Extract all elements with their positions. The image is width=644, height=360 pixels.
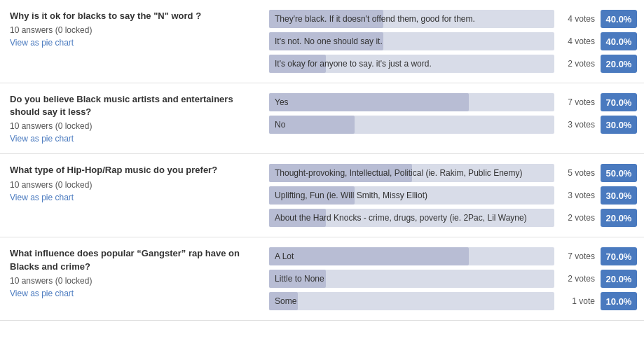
answer-row: It's okay for anyone to say. it's just a… xyxy=(269,55,637,73)
votes-text: 7 votes xyxy=(560,97,595,107)
question-text-3: What type of Hip-Hop/Rap music do you pr… xyxy=(10,164,262,176)
votes-text: 4 votes xyxy=(560,36,595,46)
question-text-4: What influence does popular “Gangster” r… xyxy=(10,247,262,272)
answer-label: No xyxy=(269,116,554,134)
answer-row: Some1 vote10.0% xyxy=(269,292,637,310)
question-text-2: Do you believe Black music artists and e… xyxy=(10,93,262,118)
answer-label: A Lot xyxy=(269,247,554,265)
answer-bar-container: Thought-provoking, Intellectual, Politic… xyxy=(269,164,554,182)
answer-bar-container: About the Hard Knocks - crime, drugs, po… xyxy=(269,209,554,227)
question-block-2: Do you believe Black music artists and e… xyxy=(0,83,644,154)
view-pie-link-1[interactable]: View as pie chart xyxy=(10,38,74,48)
question-left-2: Do you believe Black music artists and e… xyxy=(10,93,262,144)
view-pie-link-2[interactable]: View as pie chart xyxy=(10,134,74,144)
answer-label: They're black. If it doesn't offend them… xyxy=(269,10,554,28)
answer-label: About the Hard Knocks - crime, drugs, po… xyxy=(269,209,554,227)
answer-label: Some xyxy=(269,292,554,310)
answer-row: Uplifting, Fun (ie. Will Smith, Missy El… xyxy=(269,186,637,205)
page: Why is it ok for blacks to say the "N" w… xyxy=(0,0,644,360)
answer-label: Thought-provoking, Intellectual, Politic… xyxy=(269,164,554,182)
view-pie-link-3[interactable]: View as pie chart xyxy=(10,193,74,202)
percent-badge: 70.0% xyxy=(601,93,637,111)
answer-bar-container: They're black. If it doesn't offend them… xyxy=(269,10,554,28)
question-right-4: A Lot7 votes70.0%Little to None2 votes20… xyxy=(269,247,637,310)
answer-row: Thought-provoking, Intellectual, Politic… xyxy=(269,164,637,182)
answer-bar-container: It's okay for anyone to say. it's just a… xyxy=(269,55,554,73)
votes-text: 2 votes xyxy=(560,59,595,69)
percent-badge: 20.0% xyxy=(601,209,637,227)
question-text-1: Why is it ok for blacks to say the "N" w… xyxy=(10,10,262,22)
question-right-3: Thought-provoking, Intellectual, Politic… xyxy=(269,164,637,227)
percent-badge: 50.0% xyxy=(601,164,637,182)
votes-text: 3 votes xyxy=(560,191,595,200)
votes-text: 2 votes xyxy=(560,274,595,284)
percent-badge: 40.0% xyxy=(601,32,637,50)
answer-bar-container: Little to None xyxy=(269,270,554,288)
answers-count-2: 10 answers (0 locked) xyxy=(10,121,262,131)
percent-badge: 10.0% xyxy=(601,292,637,310)
question-left-3: What type of Hip-Hop/Rap music do you pr… xyxy=(10,164,262,202)
answer-bar-container: No xyxy=(269,116,554,134)
answer-row: It's not. No one should say it.4 votes40… xyxy=(269,32,637,50)
votes-text: 1 vote xyxy=(560,296,595,306)
answer-row: A Lot7 votes70.0% xyxy=(269,247,637,265)
question-left-4: What influence does popular “Gangster” r… xyxy=(10,247,262,298)
question-block-1: Why is it ok for blacks to say the "N" w… xyxy=(0,0,644,83)
answer-bar-container: It's not. No one should say it. xyxy=(269,32,554,50)
answer-row: No3 votes30.0% xyxy=(269,116,637,134)
view-pie-link-4[interactable]: View as pie chart xyxy=(10,289,74,298)
answers-count-4: 10 answers (0 locked) xyxy=(10,276,262,286)
answer-row: They're black. If it doesn't offend them… xyxy=(269,10,637,28)
answer-label: Little to None xyxy=(269,270,554,288)
answer-bar-container: A Lot xyxy=(269,247,554,265)
answer-bar-container: Some xyxy=(269,292,554,310)
answer-label: Uplifting, Fun (ie. Will Smith, Missy El… xyxy=(269,186,554,205)
percent-badge: 70.0% xyxy=(601,247,637,265)
question-block-3: What type of Hip-Hop/Rap music do you pr… xyxy=(0,154,644,237)
question-left-1: Why is it ok for blacks to say the "N" w… xyxy=(10,10,262,48)
answer-row: Little to None2 votes20.0% xyxy=(269,270,637,288)
answer-bar-container: Yes xyxy=(269,93,554,111)
percent-badge: 30.0% xyxy=(601,116,637,134)
votes-text: 7 votes xyxy=(560,251,595,261)
votes-text: 5 votes xyxy=(560,168,595,178)
question-block-4: What influence does popular “Gangster” r… xyxy=(0,237,644,321)
answers-count-1: 10 answers (0 locked) xyxy=(10,25,262,35)
votes-text: 2 votes xyxy=(560,213,595,223)
votes-text: 4 votes xyxy=(560,14,595,24)
answers-count-3: 10 answers (0 locked) xyxy=(10,180,262,190)
percent-badge: 20.0% xyxy=(601,55,637,73)
answer-bar-container: Uplifting, Fun (ie. Will Smith, Missy El… xyxy=(269,186,554,205)
answer-row: About the Hard Knocks - crime, drugs, po… xyxy=(269,209,637,227)
question-right-2: Yes7 votes70.0%No3 votes30.0% xyxy=(269,93,637,134)
answer-label: Yes xyxy=(269,93,554,111)
answer-label: It's not. No one should say it. xyxy=(269,32,554,50)
percent-badge: 40.0% xyxy=(601,10,637,28)
question-right-1: They're black. If it doesn't offend them… xyxy=(269,10,637,73)
percent-badge: 20.0% xyxy=(601,270,637,288)
answer-label: It's okay for anyone to say. it's just a… xyxy=(269,55,554,73)
votes-text: 3 votes xyxy=(560,120,595,130)
answer-row: Yes7 votes70.0% xyxy=(269,93,637,111)
percent-badge: 30.0% xyxy=(601,186,637,205)
